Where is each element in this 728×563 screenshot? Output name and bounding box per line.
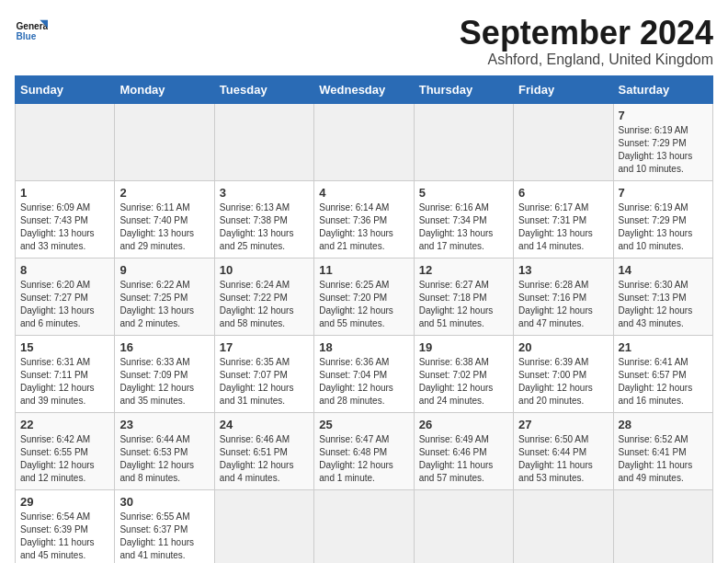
- calendar-cell: 13Sunrise: 6:28 AMSunset: 7:16 PMDayligh…: [514, 258, 613, 335]
- day-number: 27: [518, 418, 608, 431]
- day-number: 21: [619, 340, 708, 354]
- day-number: 16: [119, 340, 209, 354]
- day-number: 15: [20, 340, 109, 354]
- calendar-cell: 30Sunrise: 6:55 AMSunset: 6:37 PMDayligh…: [115, 489, 214, 563]
- day-info: Sunrise: 6:24 AMSunset: 7:22 PMDaylight:…: [220, 279, 309, 330]
- calendar-cell: 17Sunrise: 6:35 AMSunset: 7:07 PMDayligh…: [214, 335, 313, 412]
- day-info: Sunrise: 6:35 AMSunset: 7:07 PMDaylight:…: [220, 356, 309, 408]
- day-info: Sunrise: 6:49 AMSunset: 6:46 PMDaylight:…: [419, 433, 508, 485]
- calendar-cell: 3Sunrise: 6:13 AMSunset: 7:38 PMDaylight…: [214, 180, 313, 258]
- day-info: Sunrise: 6:33 AMSunset: 7:09 PMDaylight:…: [119, 356, 209, 408]
- day-info: Sunrise: 6:22 AMSunset: 7:25 PMDaylight:…: [119, 279, 209, 330]
- day-number: 12: [419, 263, 508, 277]
- calendar-week-3: 8Sunrise: 6:20 AMSunset: 7:27 PMDaylight…: [16, 258, 713, 335]
- calendar-cell: 20Sunrise: 6:39 AMSunset: 7:00 PMDayligh…: [514, 335, 613, 412]
- col-friday: Friday: [514, 75, 613, 103]
- day-number: 6: [518, 186, 608, 200]
- calendar-cell: 28Sunrise: 6:52 AMSunset: 6:41 PMDayligh…: [613, 412, 712, 489]
- calendar-week-1: 7Sunrise: 6:19 AMSunset: 7:29 PMDaylight…: [16, 103, 713, 180]
- day-info: Sunrise: 6:14 AMSunset: 7:36 PMDaylight:…: [319, 201, 408, 253]
- calendar-cell: 9Sunrise: 6:22 AMSunset: 7:25 PMDaylight…: [115, 258, 214, 335]
- col-tuesday: Tuesday: [214, 75, 313, 103]
- day-info: Sunrise: 6:09 AMSunset: 7:43 PMDaylight:…: [20, 201, 109, 253]
- calendar-cell: 15Sunrise: 6:31 AMSunset: 7:11 PMDayligh…: [16, 335, 115, 412]
- calendar-cell: 27Sunrise: 6:50 AMSunset: 6:44 PMDayligh…: [514, 412, 613, 489]
- page-title: September 2024: [460, 15, 713, 52]
- day-info: Sunrise: 6:28 AMSunset: 7:16 PMDaylight:…: [518, 279, 608, 330]
- calendar-cell: 16Sunrise: 6:33 AMSunset: 7:09 PMDayligh…: [115, 335, 214, 412]
- day-info: Sunrise: 6:50 AMSunset: 6:44 PMDaylight:…: [518, 433, 608, 485]
- calendar-cell: 10Sunrise: 6:24 AMSunset: 7:22 PMDayligh…: [214, 258, 313, 335]
- day-number: 22: [20, 418, 109, 431]
- day-number: 30: [119, 495, 209, 509]
- day-number: 18: [319, 340, 408, 354]
- day-number: 17: [220, 340, 309, 354]
- day-info: Sunrise: 6:27 AMSunset: 7:18 PMDaylight:…: [419, 279, 508, 330]
- day-number: 10: [220, 263, 309, 277]
- day-number: 26: [419, 418, 508, 431]
- title-area: September 2024 Ashford, England, United …: [460, 15, 713, 68]
- calendar-week-4: 15Sunrise: 6:31 AMSunset: 7:11 PMDayligh…: [16, 335, 713, 412]
- calendar-cell: 26Sunrise: 6:49 AMSunset: 6:46 PMDayligh…: [414, 412, 513, 489]
- calendar-cell: 7Sunrise: 6:19 AMSunset: 7:29 PMDaylight…: [613, 180, 712, 258]
- calendar-cell: 7Sunrise: 6:19 AMSunset: 7:29 PMDaylight…: [613, 103, 712, 180]
- day-info: Sunrise: 6:11 AMSunset: 7:40 PMDaylight:…: [119, 201, 209, 253]
- day-number: 7: [619, 186, 708, 200]
- calendar-cell: 14Sunrise: 6:30 AMSunset: 7:13 PMDayligh…: [613, 258, 712, 335]
- logo: General Blue: [15, 15, 48, 48]
- day-number: 11: [319, 263, 408, 277]
- calendar-cell: 11Sunrise: 6:25 AMSunset: 7:20 PMDayligh…: [314, 258, 414, 335]
- calendar-cell: [514, 489, 613, 563]
- calendar-cell: 8Sunrise: 6:20 AMSunset: 7:27 PMDaylight…: [16, 258, 115, 335]
- day-info: Sunrise: 6:52 AMSunset: 6:41 PMDaylight:…: [619, 433, 708, 485]
- page-subtitle: Ashford, England, United Kingdom: [460, 52, 713, 68]
- calendar-week-2: 1Sunrise: 6:09 AMSunset: 7:43 PMDaylight…: [16, 180, 713, 258]
- day-number: 4: [319, 186, 408, 200]
- day-number: 23: [119, 418, 209, 431]
- day-number: 13: [518, 263, 608, 277]
- day-info: Sunrise: 6:13 AMSunset: 7:38 PMDaylight:…: [220, 201, 309, 253]
- day-number: 8: [20, 263, 109, 277]
- day-info: Sunrise: 6:54 AMSunset: 6:39 PMDaylight:…: [20, 511, 109, 562]
- day-info: Sunrise: 6:38 AMSunset: 7:02 PMDaylight:…: [419, 356, 508, 408]
- day-info: Sunrise: 6:16 AMSunset: 7:34 PMDaylight:…: [419, 201, 508, 253]
- calendar-cell: 18Sunrise: 6:36 AMSunset: 7:04 PMDayligh…: [314, 335, 414, 412]
- calendar-cell: 19Sunrise: 6:38 AMSunset: 7:02 PMDayligh…: [414, 335, 513, 412]
- svg-text:Blue: Blue: [16, 31, 36, 41]
- day-info: Sunrise: 6:42 AMSunset: 6:55 PMDaylight:…: [20, 433, 109, 485]
- calendar-cell: [414, 489, 513, 563]
- col-saturday: Saturday: [613, 75, 712, 103]
- calendar-cell: 1Sunrise: 6:09 AMSunset: 7:43 PMDaylight…: [16, 180, 115, 258]
- calendar-week-6: 29Sunrise: 6:54 AMSunset: 6:39 PMDayligh…: [16, 489, 713, 563]
- day-info: Sunrise: 6:30 AMSunset: 7:13 PMDaylight:…: [619, 279, 708, 330]
- day-number: 1: [20, 186, 109, 200]
- calendar-cell: 25Sunrise: 6:47 AMSunset: 6:48 PMDayligh…: [314, 412, 414, 489]
- calendar-cell: [115, 103, 214, 180]
- day-number: 28: [619, 418, 708, 431]
- logo-icon: General Blue: [15, 15, 48, 48]
- col-monday: Monday: [115, 75, 214, 103]
- day-number: 2: [119, 186, 209, 200]
- day-number: 25: [319, 418, 408, 431]
- day-info: Sunrise: 6:31 AMSunset: 7:11 PMDaylight:…: [20, 356, 109, 408]
- day-info: Sunrise: 6:44 AMSunset: 6:53 PMDaylight:…: [119, 433, 209, 485]
- calendar-cell: 6Sunrise: 6:17 AMSunset: 7:31 PMDaylight…: [514, 180, 613, 258]
- calendar-cell: 29Sunrise: 6:54 AMSunset: 6:39 PMDayligh…: [16, 489, 115, 563]
- day-info: Sunrise: 6:36 AMSunset: 7:04 PMDaylight:…: [319, 356, 408, 408]
- calendar-cell: [214, 103, 313, 180]
- col-wednesday: Wednesday: [314, 75, 414, 103]
- day-number: 29: [20, 495, 109, 509]
- calendar-cell: 24Sunrise: 6:46 AMSunset: 6:51 PMDayligh…: [214, 412, 313, 489]
- calendar-cell: [414, 103, 513, 180]
- calendar-cell: [314, 103, 414, 180]
- calendar-header-row: Sunday Monday Tuesday Wednesday Thursday…: [16, 75, 713, 103]
- calendar-cell: 4Sunrise: 6:14 AMSunset: 7:36 PMDaylight…: [314, 180, 414, 258]
- col-thursday: Thursday: [414, 75, 513, 103]
- col-sunday: Sunday: [16, 75, 115, 103]
- day-number: 3: [220, 186, 309, 200]
- calendar-cell: [613, 489, 712, 563]
- calendar-cell: [314, 489, 414, 563]
- calendar-cell: 21Sunrise: 6:41 AMSunset: 6:57 PMDayligh…: [613, 335, 712, 412]
- day-info: Sunrise: 6:55 AMSunset: 6:37 PMDaylight:…: [119, 511, 209, 562]
- calendar-cell: 2Sunrise: 6:11 AMSunset: 7:40 PMDaylight…: [115, 180, 214, 258]
